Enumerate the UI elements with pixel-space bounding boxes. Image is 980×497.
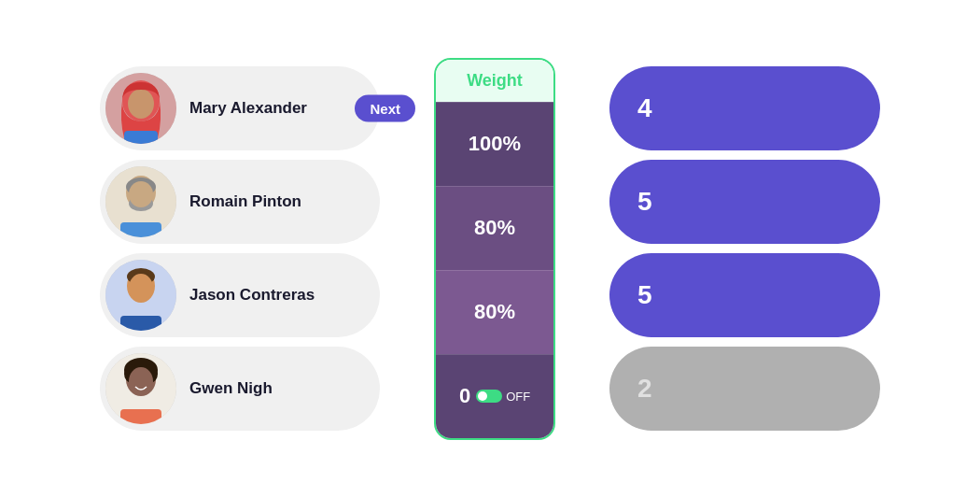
- person-name-jason: Jason Contreras: [189, 286, 315, 305]
- score-value-jason: 5: [637, 280, 652, 310]
- svg-point-8: [129, 181, 153, 207]
- svg-point-20: [129, 367, 153, 395]
- weight-value-jason: 80%: [474, 300, 515, 324]
- off-text: OFF: [476, 390, 530, 404]
- person-card-mary: Mary Alexander Next: [100, 66, 380, 150]
- main-layout: Mary Alexander Next: [100, 58, 880, 440]
- avatar-romain: [105, 166, 176, 237]
- svg-rect-3: [124, 131, 158, 144]
- weight-value-romain: 80%: [474, 216, 515, 240]
- svg-rect-14: [120, 316, 161, 331]
- svg-point-13: [129, 274, 153, 302]
- person-list: Mary Alexander Next: [100, 66, 380, 431]
- score-badge-mary[interactable]: 4: [609, 66, 880, 150]
- person-name-romain: Romain Pinton: [189, 192, 301, 211]
- score-value-mary: 4: [637, 93, 652, 123]
- weight-off-container: 0 OFF: [459, 384, 530, 408]
- avatar-jason: [105, 260, 176, 331]
- svg-rect-9: [120, 222, 161, 237]
- score-value-gwen: 2: [637, 374, 652, 404]
- svg-rect-21: [120, 409, 161, 424]
- score-value-romain: 5: [637, 187, 652, 217]
- person-card-romain: Romain Pinton: [100, 160, 380, 244]
- weight-value-mary: 100%: [469, 132, 521, 156]
- score-list: 4 5 5 2: [609, 66, 880, 431]
- avatar-gwen: [105, 353, 176, 424]
- score-badge-jason[interactable]: 5: [609, 253, 880, 337]
- weight-row-gwen: 0 OFF: [436, 354, 553, 438]
- svg-point-2: [128, 89, 154, 119]
- next-badge[interactable]: Next: [355, 95, 415, 122]
- weight-header: Weight: [436, 60, 553, 102]
- avatar-mary: [105, 73, 176, 144]
- weight-panel: Weight 100% 80% 80% 0 OFF: [434, 58, 555, 440]
- score-badge-romain[interactable]: 5: [609, 160, 880, 244]
- score-badge-gwen: 2: [609, 347, 880, 431]
- weight-row-romain: 80%: [436, 186, 553, 270]
- person-name-mary: Mary Alexander: [189, 99, 307, 118]
- person-card-gwen: Gwen Nigh: [100, 347, 380, 431]
- person-card-jason: Jason Contreras: [100, 253, 380, 337]
- off-label: OFF: [506, 390, 530, 404]
- weight-row-jason: 80%: [436, 270, 553, 354]
- weight-value-gwen: 0: [459, 384, 470, 408]
- toggle-icon[interactable]: [476, 390, 502, 403]
- weight-row-mary: 100%: [436, 102, 553, 186]
- person-name-gwen: Gwen Nigh: [189, 379, 273, 398]
